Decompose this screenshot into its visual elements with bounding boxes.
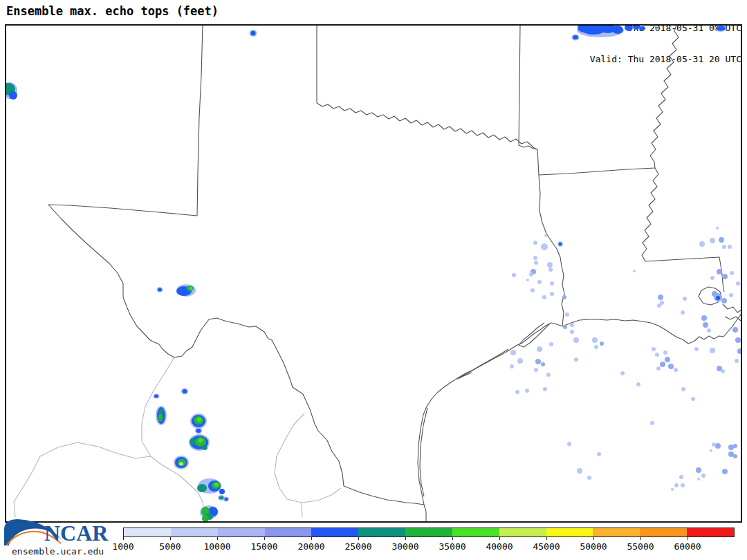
echo-dot: [694, 347, 699, 351]
echo-dot: [710, 238, 715, 243]
colorbar-segment: [546, 528, 593, 536]
echo-dot: [510, 350, 516, 355]
echo-dot: [715, 443, 721, 449]
colorbar-segment: [499, 528, 546, 536]
colorbar-segment: [687, 528, 734, 536]
echo-dot: [535, 359, 541, 364]
colorbar-tick-label: 55000: [627, 541, 654, 552]
echo-dot: [707, 328, 711, 333]
echo-dot: [597, 452, 601, 456]
colorbar-tick: [217, 537, 218, 540]
echo-dot: [736, 281, 740, 286]
echo-dot: [660, 362, 665, 367]
echo-dot: [541, 362, 545, 366]
colorbar-tick-label: 35000: [439, 541, 465, 552]
echo-dot: [716, 227, 719, 230]
colorbar-tick: [264, 537, 265, 540]
echo-dot: [717, 269, 722, 274]
colorbar-tick: [123, 537, 124, 540]
echo-cell: [199, 438, 203, 442]
echo-dot: [674, 368, 678, 372]
echo-cell: [219, 496, 224, 500]
echo-dot: [542, 295, 546, 299]
colorbar-segment: [124, 528, 171, 536]
echo-dot: [658, 295, 663, 300]
echo-dot: [668, 364, 674, 369]
ncar-logo: NCAR: [3, 516, 115, 546]
echo-tops-colorbar: [123, 528, 735, 537]
echo-dot: [735, 337, 741, 343]
echo-dot: [719, 237, 724, 243]
colorbar-segment: [171, 528, 218, 536]
echo-dot: [587, 476, 591, 480]
echo-dot: [733, 444, 737, 448]
echo-dot: [681, 310, 685, 315]
colorbar-segment: [405, 528, 452, 536]
forecast-page: Ensemble max. echo tops (feet) Init: Thu…: [0, 0, 747, 560]
echo-dot: [699, 241, 705, 247]
colorbar-tick-label: 50000: [580, 541, 607, 552]
colorbar-tick: [358, 537, 359, 540]
echo-top-cells: [2, 21, 743, 522]
echo-cell: [612, 26, 623, 34]
colorbar-tick-label: 40000: [486, 541, 513, 552]
echo-dot: [721, 369, 725, 373]
echo-dot: [733, 454, 737, 458]
colorbar-tick-label: 15000: [250, 541, 277, 552]
echo-cell: [179, 463, 183, 466]
colorbar-tick-label: 10000: [203, 541, 230, 552]
echo-dot: [549, 342, 553, 346]
echo-cell: [225, 498, 228, 501]
echo-dot: [550, 281, 554, 286]
echo-dot: [574, 357, 578, 362]
echo-dot: [600, 342, 604, 346]
forecast-map: [0, 0, 747, 560]
echo-cell: [183, 389, 187, 393]
echo-dot: [703, 322, 708, 328]
colorbar-tick-label: 1000: [112, 541, 133, 552]
echo-dot: [679, 475, 683, 479]
colorbar-tick-label: 20000: [297, 541, 324, 552]
echo-dot: [531, 288, 535, 292]
echo-dot: [665, 357, 670, 362]
echo-cell: [716, 26, 726, 31]
echo-dot: [525, 389, 529, 393]
colorbar-segment: [640, 528, 687, 536]
state-boundaries: [48, 25, 742, 522]
echo-dot: [710, 276, 714, 280]
echo-dot: [573, 337, 579, 343]
colorbar-tick-label: 60000: [674, 541, 701, 552]
echo-dot: [559, 243, 562, 246]
site-url: ensemble.ucar.edu: [12, 546, 104, 557]
echo-dot: [544, 234, 547, 237]
echo-dot: [652, 347, 656, 351]
colorbar-segment: [218, 528, 265, 536]
echo-dot: [529, 272, 533, 277]
echo-cell: [573, 35, 578, 39]
echo-cell: [214, 483, 219, 487]
colorbar-tick-label: 45000: [533, 541, 560, 552]
colorbar-tick: [311, 537, 312, 540]
echo-dot: [735, 359, 739, 363]
echo-dot: [567, 442, 571, 446]
echo-dot: [592, 337, 598, 343]
echo-dot: [541, 243, 548, 250]
echo-dot: [570, 330, 574, 334]
colorbar-tick: [640, 537, 641, 540]
echo-dot: [537, 280, 542, 284]
echo-dot: [729, 293, 733, 297]
echo-dot: [512, 273, 516, 277]
echo-dot: [577, 468, 582, 474]
echo-dot: [515, 390, 519, 394]
echo-dot: [534, 261, 538, 265]
echo-cell: [158, 288, 162, 292]
colorbar-segment: [593, 528, 640, 536]
echo-dot: [701, 315, 707, 321]
echo-dot: [570, 323, 574, 327]
colorbar-tick-label: 25000: [344, 541, 371, 552]
echo-cell: [9, 91, 17, 100]
echo-dot: [657, 304, 661, 308]
echo-cell: [251, 31, 256, 36]
echo-dot: [728, 245, 732, 249]
echo-dot: [710, 348, 715, 353]
